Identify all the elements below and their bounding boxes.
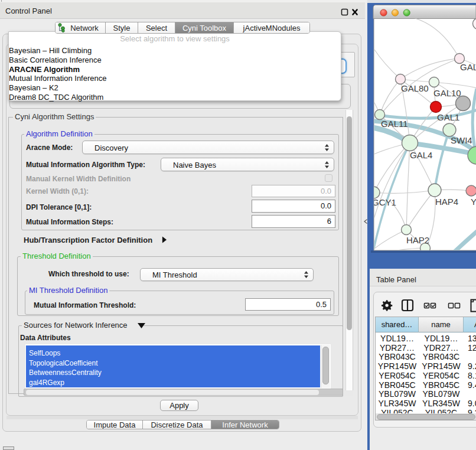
- svg-text:GAL80: GAL80: [401, 83, 429, 93]
- svg-text:HAP2: HAP2: [406, 235, 429, 245]
- svg-text:GAL7: GAL7: [460, 62, 476, 72]
- svg-text:GAL10: GAL10: [433, 88, 461, 98]
- svg-text:GAL11: GAL11: [381, 119, 408, 129]
- svg-text:Y: Y: [471, 197, 476, 207]
- svg-text:GAL1: GAL1: [437, 112, 459, 122]
- svg-text:GCY1: GCY1: [372, 197, 396, 207]
- svg-text:HAP4: HAP4: [435, 197, 458, 207]
- svg-text:GAL4: GAL4: [410, 150, 432, 160]
- svg-text:SWI4: SWI4: [451, 135, 472, 145]
